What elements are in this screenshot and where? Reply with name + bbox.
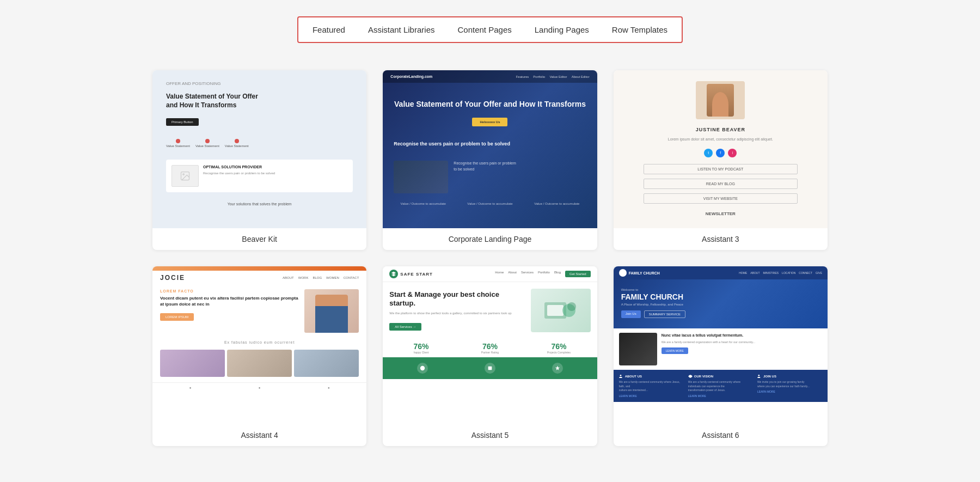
- a4-hero-title: Vocent dicam putent eu vix altera facili…: [160, 295, 299, 307]
- corp-nav-logo: CorporateLanding.com: [390, 75, 432, 78]
- a6-content-title: Nunc vitae lacus a tellus volutpat ferme…: [661, 333, 822, 338]
- template-label-assistant6: Assistant 6: [614, 424, 828, 446]
- a6-footer-col-1-title: ABOUT US: [619, 374, 684, 379]
- a4-bottom-item-1: ●: [189, 386, 192, 389]
- corp-cols: Value / Outcome to accumulate Value / Ou…: [383, 198, 597, 210]
- a4-nav-link-2: WORK: [298, 276, 309, 279]
- template-card-corporate[interactable]: CorporateLanding.com Features Portfolio …: [383, 70, 597, 250]
- bk-feature-2: Value Statement: [195, 139, 219, 148]
- template-preview-assistant5[interactable]: SAFE START Home About Services Portfolio…: [383, 266, 597, 424]
- bk-feature-1: Value Statement: [166, 139, 190, 148]
- tab-landing-pages[interactable]: Landing Pages: [531, 23, 592, 36]
- a6-hero-btn2[interactable]: SUMMARY SERVICE: [644, 310, 685, 318]
- template-card-assistant3[interactable]: JUSTINE BEAVER Lorem ipsum dolor sit ame…: [614, 70, 828, 250]
- a4-hero-btn[interactable]: LOREM IPSUM: [160, 313, 194, 321]
- corp-hero-title: Value Statement of Your Offer and How It…: [394, 99, 586, 109]
- a4-section-title: Ex fabulas iudico eum ocurreret: [152, 337, 366, 347]
- a4-nav: JOCIE ABOUT WORK BLOG WOMEN CONTACT: [152, 271, 366, 285]
- bk-text-block: OPTIMAL SOLUTION PROVIDER Recognise the …: [203, 165, 347, 175]
- a3-desc: Lorem ipsum dolor sit amet, consectetur …: [648, 137, 793, 142]
- a6-footer-col-2-title: OUR VISION: [688, 374, 753, 379]
- a5-hero-img: [531, 289, 591, 332]
- template-preview-assistant3[interactable]: JUSTINE BEAVER Lorem ipsum dolor sit ame…: [614, 70, 828, 228]
- template-label-corporate: Corporate Landing Page: [383, 228, 597, 250]
- a5-footer-icon-1: [417, 363, 428, 374]
- template-preview-beaver-kit[interactable]: OFFER AND POSITIONING Value Statement of…: [152, 70, 366, 228]
- a6-footer: ABOUT US We are a family-centered commun…: [614, 370, 828, 402]
- template-preview-assistant6[interactable]: FAMILY CHURCH HOME ABOUT MINISTRIES LOCA…: [614, 266, 828, 424]
- footer-icon-3: [555, 365, 560, 371]
- tab-assistant-libraries[interactable]: Assistant Libraries: [365, 23, 438, 36]
- a5-nav-links: Home About Services Portfolio Blog Get S…: [495, 271, 590, 277]
- bk-dot-3: [235, 139, 239, 143]
- a5-nav-link-4: Portfolio: [538, 271, 550, 277]
- image-placeholder-icon: [180, 170, 191, 181]
- bk-image-placeholder: [171, 165, 199, 187]
- a6-footer-col-2-link[interactable]: LEARN MORE: [688, 394, 753, 398]
- a5-nav: SAFE START Home About Services Portfolio…: [383, 266, 597, 282]
- a4-top-bar: [152, 266, 366, 271]
- a5-stat-2-label: Partner Rating: [458, 351, 522, 354]
- bk-bottom-label: Your solutions that solves the problem: [166, 202, 353, 206]
- a5-stat-3-num: 76%: [527, 342, 590, 351]
- a6-content-text: Nunc vitae lacus a tellus volutpat ferme…: [661, 333, 822, 365]
- join-us-icon: [757, 374, 762, 379]
- tab-content-pages[interactable]: Content Pages: [454, 23, 514, 36]
- safe-start-logo-icon: [391, 271, 396, 277]
- a6-footer-col-1-link[interactable]: LEARN MORE: [619, 394, 684, 398]
- a5-stat-3: 76% Projects Completes: [527, 342, 590, 354]
- a6-hero-title: FAMILY CHURCH: [621, 292, 820, 301]
- twitter-icon: t: [704, 149, 713, 157]
- template-label-assistant4: Assistant 4: [152, 424, 366, 446]
- a5-nav-btn[interactable]: Get Started: [565, 271, 591, 277]
- about-us-icon: [619, 374, 623, 379]
- template-preview-assistant4[interactable]: JOCIE ABOUT WORK BLOG WOMEN CONTACT LORE…: [152, 266, 366, 424]
- a4-bottom-item-2: ●: [259, 386, 261, 389]
- a3-btn-website[interactable]: VISIT MY WEBSITE: [644, 193, 798, 204]
- a6-hero-btn1[interactable]: Join Us: [621, 310, 641, 318]
- tab-featured[interactable]: Featured: [309, 23, 348, 36]
- a5-stat-1: 76% happy Client: [389, 342, 452, 354]
- a6-footer-col-3-link[interactable]: LEARN MORE: [757, 390, 822, 393]
- a5-hero-btn[interactable]: All Services →: [389, 323, 421, 331]
- corp-nav-link-1: Features: [516, 75, 529, 78]
- facebook-icon: f: [716, 149, 725, 157]
- tab-bar-container: Featured Assistant Libraries Content Pag…: [0, 11, 980, 48]
- tab-bar: Featured Assistant Libraries Content Pag…: [297, 16, 683, 43]
- a6-footer-col-2: OUR VISION We are a family-centered comm…: [688, 374, 753, 398]
- template-card-assistant5[interactable]: SAFE START Home About Services Portfolio…: [383, 266, 597, 446]
- svg-marker-8: [555, 366, 560, 370]
- template-card-assistant4[interactable]: JOCIE ABOUT WORK BLOG WOMEN CONTACT LORE…: [152, 266, 366, 446]
- tab-row-templates[interactable]: Row Templates: [609, 23, 671, 36]
- a3-btn-blog[interactable]: READ MY BLOG: [644, 179, 798, 189]
- a5-footer-icon-3: [552, 363, 563, 374]
- bk-dot-2: [205, 139, 210, 143]
- templates-grid: OFFER AND POSITIONING Value Statement of…: [0, 65, 980, 452]
- a6-logo-icon: [619, 269, 627, 277]
- a6-nav-link-connect: CONNECT: [799, 271, 812, 274]
- a5-nav-link-2: About: [508, 271, 517, 277]
- page-wrapper: Featured Assistant Libraries Content Pag…: [0, 0, 980, 462]
- template-label-beaver-kit: Beaver Kit: [152, 228, 366, 250]
- a4-nav-link-5: CONTACT: [344, 276, 359, 279]
- a4-nav-link-4: WOMEN: [326, 276, 339, 279]
- template-preview-corporate[interactable]: CorporateLanding.com Features Portfolio …: [383, 70, 597, 228]
- a6-content-img: [619, 333, 657, 365]
- corp-hero-btn: Helooooo Us: [472, 118, 507, 126]
- a4-nav-link-3: BLOG: [313, 276, 322, 279]
- svg-rect-3: [547, 305, 564, 316]
- a6-nav-link-give: GIVE: [816, 271, 822, 274]
- template-card-beaver-kit[interactable]: OFFER AND POSITIONING Value Statement of…: [152, 70, 366, 250]
- a6-content-btn[interactable]: LEARN MORE: [661, 347, 688, 354]
- template-card-assistant6[interactable]: FAMILY CHURCH HOME ABOUT MINISTRIES LOCA…: [614, 266, 828, 446]
- bk-small-text: Recognise the users pain or problem to b…: [203, 171, 347, 175]
- instagram-icon: i: [728, 149, 737, 157]
- template-label-assistant5: Assistant 5: [383, 424, 597, 446]
- a6-footer-col-1: ABOUT US We are a family-centered commun…: [619, 374, 684, 398]
- a4-person: [315, 295, 348, 333]
- corp-col-1: Value / Outcome to accumulate: [394, 202, 452, 205]
- template-label-assistant3: Assistant 3: [614, 228, 828, 250]
- a3-btn-podcast[interactable]: LISTEN TO MY PODCAST: [644, 164, 798, 174]
- bk-btn: Primary Button: [166, 118, 199, 126]
- svg-point-5: [567, 302, 576, 311]
